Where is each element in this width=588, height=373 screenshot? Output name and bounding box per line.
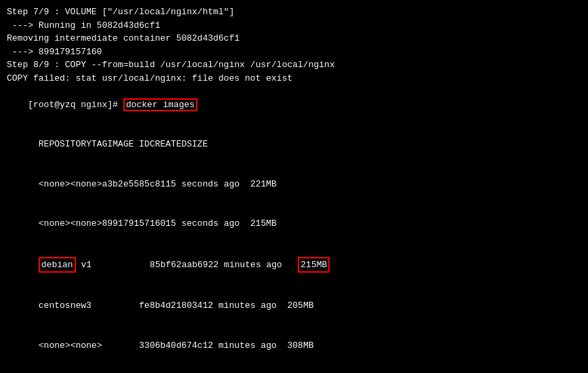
table-header-row: REPOSITORYTAGIMAGE IDCREATEDSIZE: [7, 125, 581, 165]
header-id: IMAGE ID: [107, 139, 149, 149]
table-row: <none><none>a3b2e5585c8115 seconds ago 2…: [7, 164, 581, 204]
docker-images-table: REPOSITORYTAGIMAGE IDCREATEDSIZE <none><…: [7, 125, 581, 374]
debian-size-highlight: 215MB: [298, 257, 330, 273]
table-row: centosnew3 fe8b4d21803412 minutes ago 20…: [7, 286, 581, 326]
line-step8: Step 8/9 : COPY --from=build /usr/local/…: [7, 58, 581, 72]
header-repo: REPOSITORY: [39, 139, 92, 149]
table-row: <none><none>89917915716015 seconds ago 2…: [7, 204, 581, 244]
header-size: SIZE: [187, 139, 208, 149]
table-row: centosnew2 cca704adb0c435 minutes ago 30…: [7, 366, 581, 374]
line-removing: Removing intermediate container 5082d43d…: [7, 32, 581, 45]
line-step7: Step 7/9 : VOLUME ["/usr/local/nginx/htm…: [7, 5, 581, 19]
table-row: <none><none> 3306b40d674c12 minutes ago …: [7, 326, 581, 366]
terminal-output: Step 7/9 : VOLUME ["/usr/local/nginx/htm…: [7, 5, 581, 373]
line-running: ---> Running in 5082d43d6cf1: [7, 19, 581, 33]
line-arrow2: ---> 899179157160: [7, 45, 581, 59]
line-copy-failed: COPY failed: stat usr/local/nginx: file …: [7, 72, 581, 85]
prompt-text-1: [root@yzq nginx]#: [28, 100, 123, 110]
table-row-debian: debian v1 85bf62aab6922 minutes ago 215M…: [7, 243, 581, 286]
header-tag: TAG: [92, 139, 107, 149]
debian-repo-highlight: debian: [39, 257, 76, 273]
command-1-highlight: docker images: [123, 98, 197, 111]
header-created: CREATED: [150, 139, 187, 149]
prompt-line-1: [root@yzq nginx]# docker images: [7, 85, 581, 125]
